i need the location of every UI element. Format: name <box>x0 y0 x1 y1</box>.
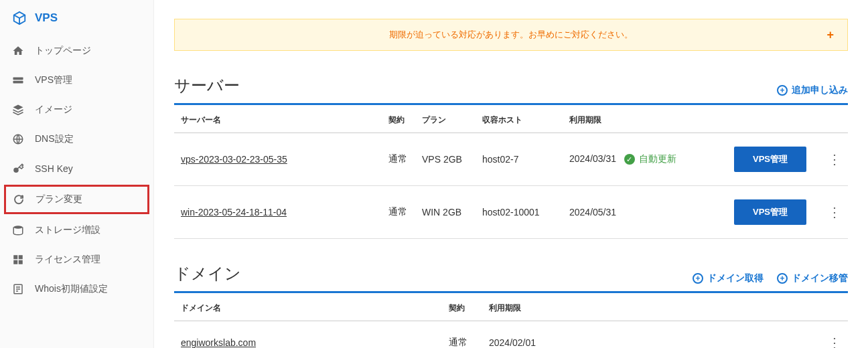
kebab-menu-icon[interactable]: ⋮ <box>828 204 841 220</box>
domain-transfer-button[interactable]: + ドメイン移管 <box>777 272 848 284</box>
sidebar-item-label: ライセンス管理 <box>35 254 100 266</box>
col-plan: プラン <box>415 105 476 133</box>
col-name: サーバー名 <box>174 105 382 133</box>
vps-manage-button[interactable]: VPS管理 <box>734 147 806 172</box>
home-icon <box>12 45 24 57</box>
server-section-actions: + 追加申し込み <box>777 84 848 96</box>
col-domain-expiry: 利用期限 <box>482 293 821 321</box>
key-icon <box>12 163 24 175</box>
sidebar-item-ssh[interactable]: SSH Key <box>0 154 153 183</box>
sidebar-item-label: プラン変更 <box>35 193 82 205</box>
sidebar-item-storage[interactable]: ストレージ増設 <box>0 215 153 245</box>
plus-circle-icon: + <box>777 85 788 96</box>
col-expiry: 利用期限 <box>563 105 727 133</box>
domain-section-header: ドメイン + ドメイン取得 + ドメイン移管 <box>174 263 848 293</box>
sidebar-item-label: SSH Key <box>35 163 73 174</box>
sidebar-item-label: トップページ <box>35 45 91 57</box>
domain-table: ドメイン名 契約 利用期限 engiworkslab.com 通常 2024/0… <box>174 293 848 348</box>
domain-transfer-label: ドメイン移管 <box>792 272 848 284</box>
server-icon <box>12 74 24 86</box>
sidebar-item-top[interactable]: トップページ <box>0 36 153 66</box>
domain-section-actions: + ドメイン取得 + ドメイン移管 <box>693 272 848 284</box>
sidebar-item-image[interactable]: イメージ <box>0 95 153 124</box>
check-circle-icon: ✓ <box>624 154 635 165</box>
globe-icon <box>12 133 24 145</box>
document-icon <box>12 283 24 295</box>
auto-renew-status: ✓ 自動更新 <box>624 153 676 165</box>
col-domain-contract: 契約 <box>442 293 482 321</box>
svg-point-4 <box>13 226 23 229</box>
server-table: サーバー名 契約 プラン 収容ホスト 利用期限 vps-2023-03-02-2… <box>174 105 848 239</box>
vps-manage-button[interactable]: VPS管理 <box>734 199 806 225</box>
server-section: サーバー + 追加申し込み サーバー名 契約 プラン 収容ホスト 利用期限 <box>174 75 848 239</box>
sidebar-item-label: VPS管理 <box>35 74 72 86</box>
server-host: host02-10001 <box>476 186 563 239</box>
sidebar-item-label: イメージ <box>35 104 72 116</box>
domain-acquire-button[interactable]: + ドメイン取得 <box>693 272 764 284</box>
svg-rect-0 <box>13 78 23 80</box>
server-name-link[interactable]: win-2023-05-24-18-11-04 <box>181 207 287 217</box>
brand[interactable]: VPS <box>12 11 141 25</box>
layers-icon <box>12 104 24 116</box>
sidebar: VPS トップページ VPS管理 イメージ DNS設定 SSH Key プラン変… <box>0 0 154 348</box>
server-plan: VPS 2GB <box>415 133 476 186</box>
alert-message: 期限が迫っている対応があります。お早めにご対応ください。 <box>389 29 633 41</box>
svg-rect-1 <box>13 81 23 84</box>
cube-icon <box>12 11 27 25</box>
server-section-title: サーバー <box>174 75 240 96</box>
svg-rect-7 <box>13 260 17 264</box>
sidebar-item-label: ストレージ増設 <box>35 224 100 236</box>
sidebar-item-license[interactable]: ライセンス管理 <box>0 245 153 274</box>
grid-icon <box>12 254 24 266</box>
domain-acquire-label: ドメイン取得 <box>707 272 764 284</box>
domain-name-link[interactable]: engiworkslab.com <box>181 337 256 348</box>
svg-rect-8 <box>19 260 23 264</box>
refresh-icon <box>13 193 25 205</box>
col-host: 収容ホスト <box>476 105 563 133</box>
col-contract: 契約 <box>382 105 415 133</box>
server-section-header: サーバー + 追加申し込み <box>174 75 848 105</box>
kebab-menu-icon[interactable]: ⋮ <box>828 335 841 348</box>
server-expiry: 2024/03/31 ✓ 自動更新 <box>563 133 727 186</box>
plus-circle-icon: + <box>693 273 703 284</box>
add-server-button[interactable]: + 追加申し込み <box>777 84 848 96</box>
server-contract: 通常 <box>382 133 415 186</box>
domain-expiry: 2024/02/01 <box>482 321 821 349</box>
plus-circle-icon: + <box>777 273 788 284</box>
sidebar-item-whois[interactable]: Whois初期値設定 <box>0 274 153 304</box>
domain-contract: 通常 <box>442 321 482 349</box>
col-domain-name: ドメイン名 <box>174 293 442 321</box>
add-server-label: 追加申し込み <box>792 84 848 96</box>
brand-label: VPS <box>35 11 58 25</box>
sidebar-item-vps[interactable]: VPS管理 <box>0 66 153 95</box>
svg-rect-5 <box>13 255 17 259</box>
svg-rect-6 <box>19 255 23 259</box>
server-name-link[interactable]: vps-2023-03-02-23-05-35 <box>181 154 287 165</box>
server-plan: WIN 2GB <box>415 186 476 239</box>
plus-icon[interactable]: + <box>826 28 834 42</box>
table-row: win-2023-05-24-18-11-04 通常 WIN 2GB host0… <box>174 186 848 239</box>
domain-section-title: ドメイン <box>174 263 241 284</box>
sidebar-item-label: Whois初期値設定 <box>35 283 108 295</box>
storage-icon <box>12 224 24 236</box>
alert-banner[interactable]: 期限が迫っている対応があります。お早めにご対応ください。 + <box>174 19 848 51</box>
sidebar-item-dns[interactable]: DNS設定 <box>0 124 153 154</box>
domain-section: ドメイン + ドメイン取得 + ドメイン移管 ドメイン名 契約 利用期限 <box>174 263 848 348</box>
server-expiry: 2024/05/31 <box>563 186 727 239</box>
table-row: vps-2023-03-02-23-05-35 通常 VPS 2GB host0… <box>174 133 848 186</box>
table-row: engiworkslab.com 通常 2024/02/01 ⋮ <box>174 321 848 349</box>
sidebar-item-plan-change[interactable]: プラン変更 <box>4 185 149 214</box>
sidebar-header: VPS <box>0 0 153 36</box>
server-host: host02-7 <box>476 133 563 186</box>
sidebar-item-label: DNS設定 <box>35 133 74 145</box>
main-content: 期限が迫っている対応があります。お早めにご対応ください。 + サーバー + 追加… <box>154 0 868 348</box>
server-contract: 通常 <box>382 186 415 239</box>
kebab-menu-icon[interactable]: ⋮ <box>828 151 841 167</box>
